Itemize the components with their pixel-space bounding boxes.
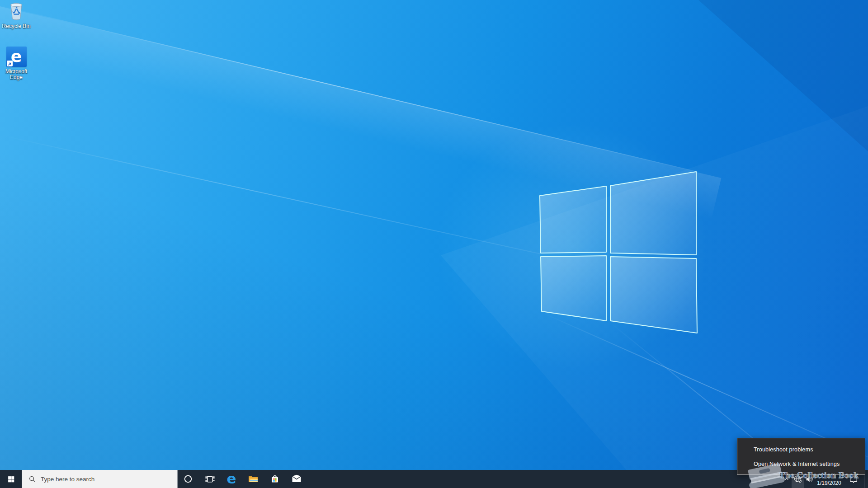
network-context-menu: Troubleshoot problems Open Network & Int… — [737, 438, 865, 475]
windows-flag-logo — [538, 169, 699, 336]
taskbar-search[interactable] — [22, 470, 178, 488]
edge-e-icon: e — [226, 469, 236, 488]
cortana-circle-icon — [183, 474, 193, 484]
search-input[interactable] — [36, 476, 177, 483]
task-view-icon — [205, 474, 215, 484]
shortcut-arrow-icon — [7, 61, 13, 66]
desktop-icon-label: Edge — [0, 75, 33, 80]
tray-date: 1/19/2020 — [817, 480, 841, 486]
edge-button[interactable]: e — [221, 470, 242, 488]
store-button[interactable] — [264, 470, 286, 488]
wallpaper-shade — [0, 0, 868, 488]
folder-icon — [248, 474, 259, 484]
store-bag-icon — [269, 474, 280, 484]
mail-envelope-icon — [291, 474, 302, 484]
cortana-button[interactable] — [177, 470, 199, 488]
start-button[interactable] — [0, 470, 22, 488]
desktop-screen: Recycle Bin e Microsoft Edge Troubleshoo… — [0, 0, 868, 488]
mail-button[interactable] — [286, 470, 307, 488]
desktop-icon-label: Recycle Bin — [0, 23, 33, 29]
file-explorer-button[interactable] — [242, 470, 264, 488]
globe-no-internet-icon — [793, 474, 803, 484]
search-icon — [28, 475, 36, 483]
desktop-icon-recycle-bin[interactable]: Recycle Bin — [0, 1, 33, 29]
windows-logo-icon — [7, 475, 15, 483]
menu-item-troubleshoot[interactable]: Troubleshoot problems — [737, 442, 865, 457]
action-center-bubble-icon — [849, 474, 859, 484]
chevron-up-icon — [783, 475, 791, 483]
speaker-icon — [805, 474, 815, 484]
desktop-icon-microsoft-edge[interactable]: e Microsoft Edge — [0, 47, 33, 80]
recycle-bin-icon — [6, 1, 26, 22]
task-view-button[interactable] — [199, 470, 221, 488]
menu-item-open-network-settings[interactable]: Open Network & Internet settings — [737, 457, 865, 471]
edge-tile-icon: e — [6, 47, 27, 67]
wallpaper — [0, 0, 868, 488]
